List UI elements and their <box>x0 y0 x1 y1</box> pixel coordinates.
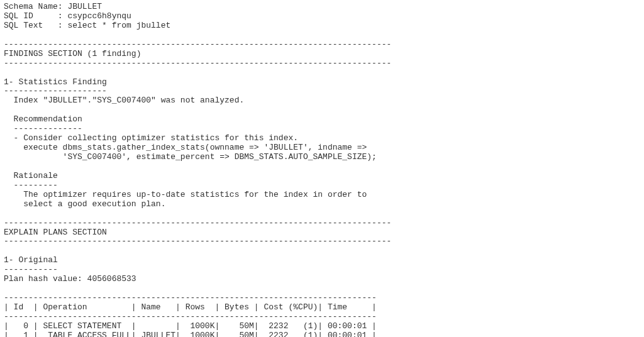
rationale-line: select a good execution plan. <box>4 199 165 209</box>
plan-hash: Plan hash value: 4056068533 <box>4 274 136 284</box>
rationale-dash: --------- <box>4 180 58 190</box>
finding-1-title: 1- Statistics Finding <box>4 77 107 87</box>
recommendation-dash: -------------- <box>4 124 82 133</box>
recommendation-line: - Consider collecting optimizer statisti… <box>4 133 298 143</box>
plan-1-dash: ----------- <box>4 265 58 274</box>
rule: ----------------------------------------… <box>4 58 391 68</box>
finding-1-body: Index "JBULLET"."SYS_C007400" was not an… <box>4 96 244 105</box>
recommendation-line: execute dbms_stats.gather_index_stats(ow… <box>4 143 367 152</box>
plan-table-border: ----------------------------------------… <box>4 293 377 302</box>
plan-table-border: ----------------------------------------… <box>4 312 377 321</box>
sql-id-line: SQL ID : csypcc6h8ynqu <box>4 11 131 21</box>
rule: ----------------------------------------… <box>4 218 391 228</box>
sql-report: Schema Name: JBULLET SQL ID : csypcc6h8y… <box>0 0 644 337</box>
rationale-line: The optimizer requires up-to-date statis… <box>4 190 367 199</box>
plan-1-title: 1- Original <box>4 255 58 265</box>
finding-1-dash: --------------------- <box>4 86 107 96</box>
rationale-title: Rationale <box>4 171 58 180</box>
recommendation-line: 'SYS_C007400', estimate_percent => DBMS_… <box>4 152 377 162</box>
explain-title: EXPLAIN PLANS SECTION <box>4 228 107 237</box>
schema-line: Schema Name: JBULLET <box>4 2 102 11</box>
plan-table-row: | 0 | SELECT STATEMENT | | 1000K| 50M| 2… <box>4 321 377 331</box>
findings-title: FINDINGS SECTION (1 finding) <box>4 49 141 58</box>
sql-text-line: SQL Text : select * from jbullet <box>4 21 170 30</box>
recommendation-title: Recommendation <box>4 114 82 124</box>
plan-table-row: | 1 | TABLE ACCESS FULL| JBULLET| 1000K|… <box>4 331 377 337</box>
plan-table-head: | Id | Operation | Name | Rows | Bytes |… <box>4 302 377 312</box>
rule: ----------------------------------------… <box>4 40 391 49</box>
rule: ----------------------------------------… <box>4 236 391 246</box>
